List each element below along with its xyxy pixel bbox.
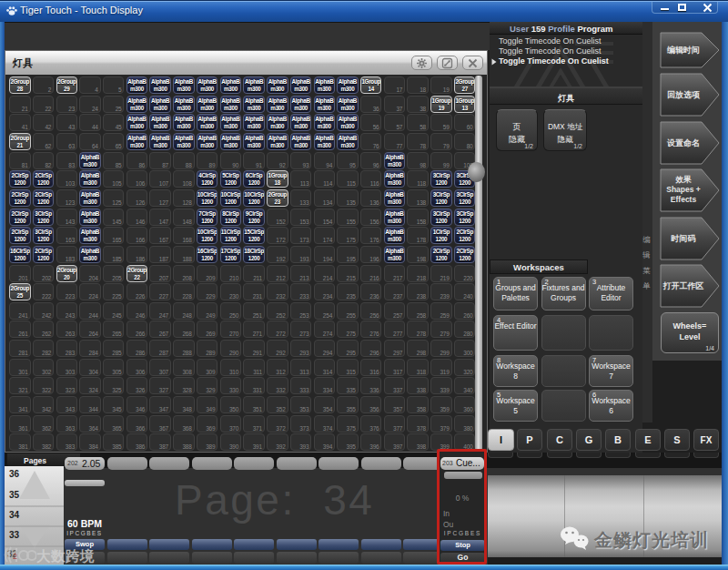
svg-text:2: 2 — [13, 552, 17, 561]
